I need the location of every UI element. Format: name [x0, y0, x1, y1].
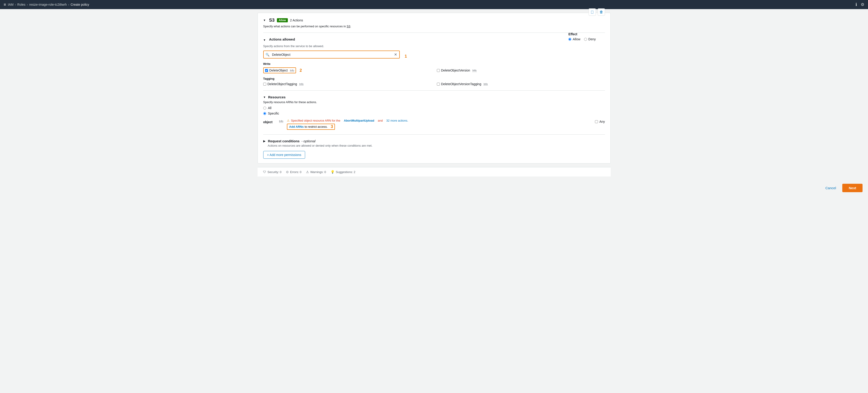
add-more-permissions-button[interactable]: + Add more permissions: [263, 151, 305, 159]
effect-allow-radio[interactable]: Allow: [568, 37, 580, 41]
breadcrumb-roles[interactable]: Roles: [17, 3, 26, 6]
errors-icon: ⊙: [286, 170, 289, 174]
delete-object-info[interactable]: Info: [290, 69, 294, 72]
effect-deny-radio[interactable]: Deny: [584, 37, 596, 41]
security-status: 🛡 Security: 0: [263, 170, 281, 174]
step-3-indicator: 3: [331, 124, 333, 129]
s3-link[interactable]: S3: [347, 25, 350, 28]
bottom-actions: Cancel Next: [0, 180, 868, 196]
allow-badge: Allow: [277, 18, 288, 22]
breadcrumb-sep-2: ›: [27, 3, 28, 6]
main-container: ⎕ 🗑 S3 Allow 2 Actions Specify what acti…: [252, 9, 616, 180]
delete-object-version-label: DeleteObjectVersion: [441, 68, 470, 72]
delete-object-highlighted: DeleteObject Info: [263, 67, 296, 73]
tagging-checkboxes: DeleteObjectTagging Info DeleteObjectVer…: [263, 82, 605, 86]
step-2-indicator: 2: [300, 68, 302, 73]
req-cond-arrow[interactable]: [263, 140, 265, 143]
resources-title-text: Resources: [268, 95, 285, 99]
suggestions-status: 💡 Suggestions: 2: [331, 170, 355, 174]
errors-status: ⊙ Errors: 0: [286, 170, 302, 174]
delete-object-version-tagging-info[interactable]: Info: [484, 83, 488, 86]
resource-all-radio[interactable]: All: [263, 106, 605, 110]
resource-all-label: All: [268, 106, 272, 110]
object-label-group: object Info: [263, 119, 283, 124]
s3-title: S3: [269, 18, 274, 23]
breadcrumb-sep-1: ›: [15, 3, 16, 6]
write-group: Write DeleteObject Info 2 DeleteObjectVe…: [263, 62, 605, 73]
delete-icon-btn[interactable]: 🗑: [598, 8, 605, 16]
warnings-text: Warnings: 0: [310, 170, 326, 174]
delete-object-item: DeleteObject Info 2: [263, 67, 431, 73]
delete-object-label: DeleteObject: [269, 68, 288, 72]
effect-deny-label: Deny: [588, 37, 596, 41]
warning-text: ⚠ Specified object resource ARN for the …: [287, 119, 592, 122]
warnings-icon: ⚠: [306, 170, 309, 174]
s3-section-card: ⎕ 🗑 S3 Allow 2 Actions Specify what acti…: [257, 13, 611, 164]
actions-allowed-desc: Specify actions from the service to be a…: [263, 45, 605, 48]
search-clear-icon[interactable]: ✕: [392, 51, 399, 58]
s3-collapse-arrow[interactable]: [263, 19, 266, 22]
breadcrumb-role[interactable]: resize-image-role-tc2i8wrh: [29, 3, 67, 6]
actions-allowed-title: Actions allowed: [269, 37, 295, 41]
effect-allow-label: Allow: [573, 37, 580, 41]
delete-object-checkbox[interactable]: [265, 69, 268, 72]
resources-collapse-arrow[interactable]: [263, 95, 266, 99]
any-checkbox: Any: [595, 119, 605, 123]
next-button[interactable]: Next: [842, 184, 863, 192]
delete-object-version-tagging-checkbox[interactable]: [437, 83, 440, 86]
actions-collapse-arrow[interactable]: [263, 38, 266, 42]
copy-icon-btn[interactable]: ⎕: [589, 8, 596, 16]
security-icon: 🛡: [263, 170, 266, 174]
settings-icon[interactable]: ⚙: [861, 2, 864, 7]
resources-desc: Specify resource ARNs for these actions.: [263, 101, 605, 104]
request-conditions-header[interactable]: Request conditions - optional: [263, 139, 605, 143]
object-info-link[interactable]: Info: [279, 119, 283, 123]
req-cond-optional: - optional: [302, 139, 316, 143]
delete-object-version-checkbox[interactable]: [437, 69, 440, 72]
actions-count: 2 Actions: [290, 19, 303, 22]
suggestions-icon: 💡: [331, 170, 335, 174]
add-arns-link-text: Add ARNs: [289, 125, 304, 129]
cancel-button[interactable]: Cancel: [822, 184, 840, 192]
delete-object-version-info[interactable]: Info: [472, 69, 476, 72]
delete-object-tagging-label: DeleteObjectTagging: [268, 82, 297, 86]
s3-description: Specify what actions can be performed on…: [263, 25, 605, 28]
info-icon[interactable]: ℹ: [856, 2, 857, 7]
resource-specific-radio[interactable]: Specific: [263, 112, 605, 115]
object-label: object: [263, 119, 277, 124]
warning-link2[interactable]: 32 more actions.: [386, 119, 408, 122]
warning-middle: and: [378, 119, 383, 122]
top-nav-icons: ℹ ⚙: [856, 2, 864, 7]
effect-radio-group: Allow Deny: [568, 37, 596, 41]
add-arns-rest-text: to restrict access.: [305, 125, 328, 129]
bottom-status-bar: 🛡 Security: 0 ⊙ Errors: 0 ⚠ Warnings: 0 …: [257, 167, 611, 176]
delete-object-tagging-checkbox[interactable]: [263, 83, 266, 86]
search-input[interactable]: [271, 52, 392, 58]
req-cond-desc: Actions on resources are allowed or deni…: [268, 144, 605, 147]
breadcrumb-current: Create policy: [70, 3, 89, 6]
resources-header: Resources: [263, 95, 605, 99]
any-checkbox-input[interactable]: [595, 120, 598, 123]
actions-allowed-section: Actions allowed Specify actions from the…: [263, 37, 605, 86]
write-checkboxes: DeleteObject Info 2 DeleteObjectVersion …: [263, 67, 605, 73]
search-icon: 🔍: [264, 52, 271, 58]
add-arns-container: Add ARNs to restrict access. 3: [287, 124, 335, 130]
breadcrumb-sep-3: ›: [68, 3, 69, 6]
warnings-status: ⚠ Warnings: 0: [306, 170, 326, 174]
search-row: 🔍 ✕ 1: [263, 51, 605, 62]
errors-text: Errors: 0: [290, 170, 302, 174]
request-conditions-section: Request conditions - optional Actions on…: [263, 139, 605, 147]
hamburger-menu[interactable]: ≡: [4, 2, 6, 7]
resource-specific-label: Specific: [268, 112, 279, 115]
breadcrumb-iam[interactable]: IAM: [8, 3, 14, 6]
delete-object-version-item: DeleteObjectVersion Info: [437, 67, 605, 73]
delete-object-version-tagging-item: DeleteObjectVersionTagging Info: [437, 82, 605, 86]
object-warning-box: ⚠ Specified object resource ARN for the …: [287, 119, 592, 130]
delete-object-tagging-info[interactable]: Info: [299, 83, 303, 86]
object-row: object Info ⚠ Specified object resource …: [263, 119, 605, 130]
add-arns-button[interactable]: Add ARNs to restrict access.: [287, 124, 330, 129]
warning-link1[interactable]: AbortMultipartUpload: [344, 119, 374, 122]
tagging-group: Tagging DeleteObjectTagging Info DeleteO…: [263, 77, 605, 86]
write-group-title: Write: [263, 62, 605, 65]
any-label: Any: [599, 120, 605, 123]
